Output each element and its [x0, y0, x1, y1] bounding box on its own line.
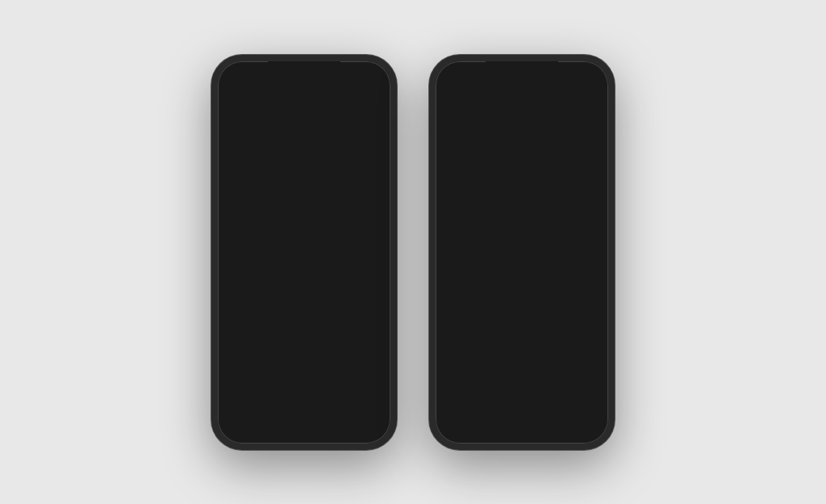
phone-2: 9:41 ⊜ ‹ iCloud Backup	[429, 55, 615, 450]
nav-title-2: Backup	[501, 85, 543, 98]
avatar-svg	[278, 110, 330, 161]
chevron-left-icon-1: ‹	[229, 85, 233, 98]
row-label-password: Password & Security	[239, 258, 336, 270]
phone-2-screen: 9:41 ⊜ ‹ iCloud Backup	[436, 61, 608, 444]
row-value-payment: None ›	[337, 286, 369, 299]
icloud-row-container: ☁ iCloud 5 GB ›	[229, 339, 379, 378]
backup-now-label: Back Up Now	[458, 303, 522, 315]
backup-desc-text: Automatically back up your iPhone so you…	[454, 190, 590, 224]
settings-list-main: Name, Phone Numbers, Email › Password & …	[229, 211, 379, 335]
profile-section: EDIT John Appleseed j.appleseed@icloud.c…	[218, 103, 390, 206]
nav-title-1: Apple ID	[281, 85, 327, 98]
icloud-row-left: ☁ iCloud	[240, 348, 298, 369]
avatar	[278, 110, 330, 161]
row-label-name: Name, Phone Numbers, Email	[239, 219, 365, 243]
svg-point-3	[299, 127, 302, 130]
chevron-right-icon-4: ›	[365, 314, 369, 327]
chevron-right-icon-5: ›	[364, 352, 368, 365]
backup-description: Automatically back up your iPhone so you…	[452, 189, 592, 239]
backup-options: Back Up This iPhone Back Up Now	[447, 252, 597, 325]
settings-row-payment[interactable]: Payment & Shipping None ›	[229, 279, 379, 307]
chevron-right-icon: ›	[365, 224, 369, 237]
backup-app-icon	[499, 115, 544, 160]
backup-toggle-switch[interactable]	[555, 265, 586, 283]
learn-more-link[interactable]: Learn more...	[495, 227, 548, 236]
status-bar-1: 9:41 ⊜	[218, 61, 390, 83]
row-value-icloud: 5 GB ›	[337, 352, 368, 365]
chevron-left-icon-2: ‹	[447, 85, 451, 98]
backup-footer: Last successful backup: 9:41 AM	[436, 325, 608, 344]
row-value-subscriptions: ›	[365, 314, 369, 327]
svg-marker-5	[531, 133, 535, 141]
time-2: 9:41	[453, 68, 473, 80]
time-1: 9:41	[236, 68, 256, 80]
settings-row-subscriptions[interactable]: Subscriptions ›	[229, 307, 379, 335]
backup-title: iCloud Backup	[473, 168, 569, 184]
battery-icon-1	[357, 69, 373, 77]
edit-avatar-label[interactable]: EDIT	[294, 155, 313, 163]
phone-1-screen: 9:41 ⊜ ‹ Settings Apple ID	[218, 61, 390, 444]
row-label-subscriptions: Subscriptions	[239, 314, 302, 327]
icloud-storage-value: 5 GB	[337, 352, 361, 364]
avatar-container[interactable]: EDIT	[278, 110, 330, 161]
status-bar-2: 9:41 ⊜	[436, 61, 608, 83]
toggle-knob	[569, 267, 584, 281]
phone-1: 9:41 ⊜ ‹ Settings Apple ID	[211, 55, 397, 450]
backup-icon-svg	[508, 123, 536, 151]
back-label-2: iCloud	[453, 85, 482, 98]
wifi-icon-1: ⊜	[346, 69, 353, 79]
payment-value: None	[337, 286, 362, 298]
chevron-right-icon-2: ›	[365, 258, 369, 271]
nav-bar-2: ‹ iCloud Backup	[436, 83, 608, 103]
backup-toggle-label: Back Up This iPhone	[458, 262, 555, 286]
profile-name: John Appleseed	[253, 168, 355, 184]
icloud-icon: ☁	[245, 352, 257, 366]
status-icons-1: ⊜	[332, 69, 373, 79]
battery-icon-2	[574, 69, 590, 77]
settings-row-name[interactable]: Name, Phone Numbers, Email ›	[229, 211, 379, 251]
wifi-icon-2: ⊜	[564, 69, 571, 79]
row-value-name: ›	[365, 224, 369, 237]
chevron-right-icon-3: ›	[365, 286, 369, 299]
row-label-icloud: iCloud	[268, 352, 298, 364]
signal-icon-1	[332, 69, 344, 77]
backup-hero: iCloud Backup Automatically back up your…	[436, 103, 608, 250]
backup-now-row[interactable]: Back Up Now	[448, 295, 595, 323]
nav-bar-1: ‹ Settings Apple ID	[218, 83, 390, 103]
svg-point-4	[307, 127, 310, 130]
back-button-1[interactable]: ‹ Settings	[229, 85, 273, 98]
last-backup-text: Last successful backup: 9:41 AM	[463, 330, 581, 339]
profile-email: j.appleseed@icloud.com	[256, 185, 353, 195]
icloud-icon-container: ☁	[240, 348, 261, 369]
backup-toggle-row[interactable]: Back Up This iPhone	[448, 254, 595, 295]
signal-icon-2	[549, 69, 561, 77]
back-label-1: Settings	[235, 85, 273, 98]
settings-row-password[interactable]: Password & Security ›	[229, 251, 379, 279]
back-button-2[interactable]: ‹ iCloud	[447, 85, 482, 98]
row-value-password: ›	[365, 258, 369, 271]
row-label-payment: Payment & Shipping	[239, 286, 334, 298]
settings-row-icloud[interactable]: ☁ iCloud 5 GB ›	[231, 341, 378, 377]
status-icons-2: ⊜	[549, 69, 591, 79]
